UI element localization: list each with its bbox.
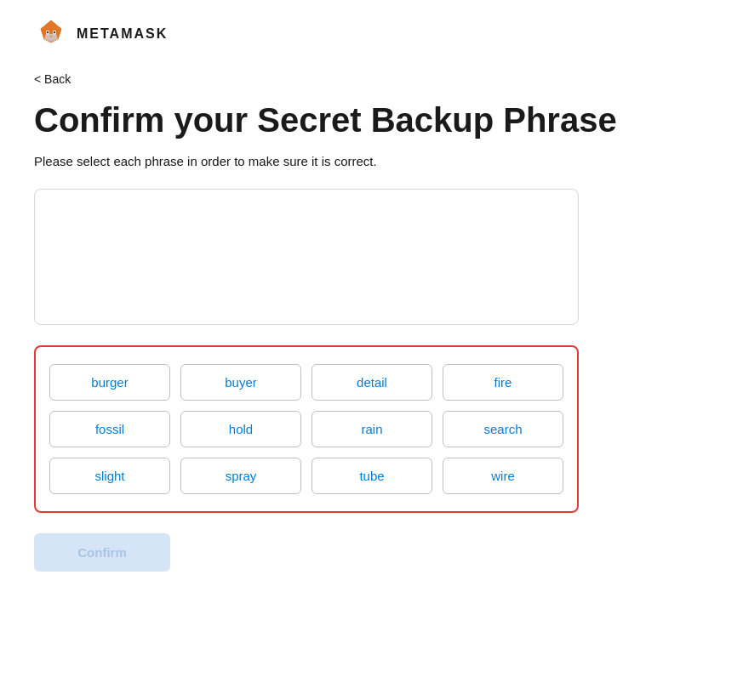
app-name-label: METAMASK [77, 26, 168, 42]
word-button[interactable]: fire [443, 364, 563, 401]
page-title: Confirm your Secret Backup Phrase [34, 100, 709, 140]
word-button[interactable]: slight [49, 458, 170, 494]
word-button[interactable]: search [443, 411, 563, 447]
word-grid: burgerbuyerdetailfirefossilholdrainsearc… [49, 364, 563, 494]
word-button[interactable]: buyer [180, 364, 301, 401]
confirm-button[interactable]: Confirm [34, 533, 170, 572]
back-link[interactable]: < Back [34, 72, 71, 86]
word-button[interactable]: fossil [49, 411, 170, 447]
word-button[interactable]: hold [180, 411, 301, 447]
word-button[interactable]: spray [180, 458, 301, 494]
svg-point-7 [47, 31, 49, 33]
word-button[interactable]: burger [49, 364, 170, 401]
selected-phrase-box [34, 189, 579, 325]
word-button[interactable]: wire [443, 458, 563, 494]
page-subtitle: Please select each phrase in order to ma… [34, 154, 709, 168]
word-button[interactable]: rain [311, 411, 432, 447]
app-header: METAMASK [34, 17, 709, 51]
svg-point-9 [49, 36, 53, 37]
word-selection-area: burgerbuyerdetailfirefossilholdrainsearc… [34, 345, 579, 513]
metamask-logo-icon [34, 17, 68, 51]
word-button[interactable]: detail [311, 364, 432, 401]
word-button[interactable]: tube [311, 458, 432, 494]
svg-point-8 [54, 31, 55, 33]
